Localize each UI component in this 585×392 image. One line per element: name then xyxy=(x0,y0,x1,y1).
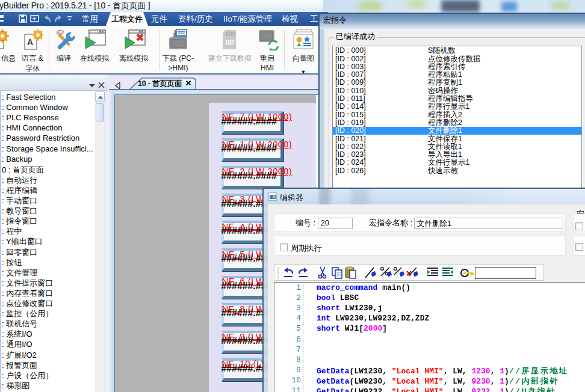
svg-text:SD: SD xyxy=(225,38,234,46)
svg-text:A: A xyxy=(27,37,33,47)
